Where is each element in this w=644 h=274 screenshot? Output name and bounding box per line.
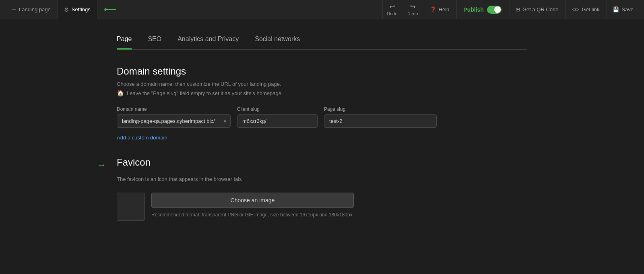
domain-settings-section: Domain settings Choose a domain name, th…: [117, 66, 527, 157]
qr-code-button[interactable]: ⊞ Get a QR Code: [510, 0, 564, 19]
domain-settings-desc: Choose a domain name, then customize the…: [117, 81, 527, 87]
domain-settings-title: Domain settings: [117, 66, 527, 77]
back-button[interactable]: ⟵: [97, 0, 123, 19]
domain-note-text: Leave the "Page slug" field empty to set…: [127, 90, 283, 96]
client-slug-field: Client slug: [237, 106, 318, 128]
tab-seo[interactable]: SEO: [148, 35, 161, 50]
save-icon: 💾: [613, 6, 619, 12]
settings-tabs: Page SEO Analytics and Privacy Social ne…: [117, 35, 527, 50]
landing-page-label: Landing page: [19, 6, 51, 12]
domain-settings-note: 🏠 Leave the "Page slug" field empty to s…: [117, 89, 527, 97]
redo-label: Redo: [407, 11, 418, 16]
undo-icon: ↩: [390, 3, 395, 10]
tab-social[interactable]: Social networks: [255, 35, 300, 50]
undo-label: Undo: [387, 11, 397, 16]
favicon-arrow-icon: →: [97, 159, 106, 170]
page-icon: ▭: [11, 6, 17, 13]
domain-form-row: Domain name landing-page-qa.pages.cyberi…: [117, 106, 527, 128]
publish-label: Publish: [463, 6, 484, 13]
qr-code-label: Get a QR Code: [522, 6, 559, 12]
undo-button[interactable]: ↩ Undo: [382, 0, 401, 19]
favicon-preview: [117, 193, 145, 221]
publish-area: Publish: [456, 0, 508, 19]
get-link-label: Get link: [582, 6, 599, 12]
home-icon: 🏠: [117, 89, 124, 97]
favicon-desc: The favicon is an icon that appears in t…: [117, 176, 527, 182]
domain-name-select[interactable]: landing-page-qa.pages.cyberimpact.biz/: [117, 115, 220, 127]
qr-code-icon: ⊞: [516, 6, 520, 12]
redo-icon: ↪: [410, 3, 415, 10]
domain-name-label: Domain name: [117, 106, 231, 112]
choose-image-button[interactable]: Choose an image: [151, 193, 354, 208]
page-slug-field: Page slug: [324, 106, 437, 128]
main-content: Page SEO Analytics and Privacy Social ne…: [0, 19, 644, 237]
favicon-section: → Favicon The favicon is an icon that ap…: [117, 157, 527, 221]
help-button[interactable]: ❓ Help: [424, 0, 455, 19]
landing-page-tab[interactable]: ▭ Landing page: [5, 0, 58, 19]
favicon-row: Choose an image Recommended format: tran…: [117, 193, 527, 221]
get-link-button[interactable]: </> Get link: [566, 0, 605, 19]
publish-toggle[interactable]: [487, 6, 502, 14]
chevron-down-icon: ▾: [220, 118, 230, 124]
settings-panel: Page SEO Analytics and Privacy Social ne…: [117, 35, 527, 221]
page-slug-label: Page slug: [324, 106, 437, 112]
domain-select-wrapper[interactable]: landing-page-qa.pages.cyberimpact.biz/ ▾: [117, 114, 231, 128]
redo-button[interactable]: ↪ Redo: [403, 0, 422, 19]
code-icon: </>: [572, 6, 579, 12]
nav-right: ↩ Undo ↪ Redo ❓ Help Publish ⊞ Get a QR …: [382, 0, 639, 19]
domain-name-field: Domain name landing-page-qa.pages.cyberi…: [117, 106, 231, 128]
help-label: Help: [439, 6, 450, 12]
client-slug-input[interactable]: [237, 114, 318, 128]
favicon-hint: Recommended format: transparent PNG or G…: [151, 212, 354, 218]
add-custom-domain-link[interactable]: Add a custom domain: [117, 135, 167, 141]
page-slug-input[interactable]: [324, 114, 437, 128]
help-circle-icon: ❓: [430, 6, 436, 12]
back-arrow-icon: ⟵: [104, 4, 117, 15]
favicon-controls: Choose an image Recommended format: tran…: [151, 193, 354, 218]
settings-tab[interactable]: ⚙ Settings: [58, 0, 97, 19]
tab-page[interactable]: Page: [117, 35, 132, 50]
favicon-title: Favicon: [117, 157, 527, 168]
nav-left: ▭ Landing page ⚙ Settings ⟵: [5, 0, 123, 19]
tab-analytics[interactable]: Analytics and Privacy: [178, 35, 239, 50]
settings-icon: ⚙: [64, 6, 69, 13]
client-slug-label: Client slug: [237, 106, 318, 112]
save-button[interactable]: 💾 Save: [607, 0, 639, 19]
toggle-knob: [494, 6, 501, 13]
settings-label: Settings: [72, 6, 91, 12]
navbar: ▭ Landing page ⚙ Settings ⟵ ↩ Undo ↪ Red…: [0, 0, 644, 19]
save-label: Save: [621, 6, 634, 12]
